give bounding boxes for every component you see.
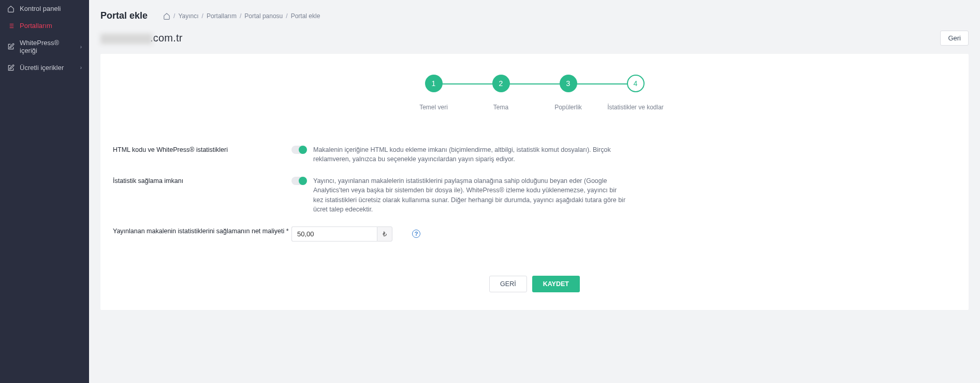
domain-name: .com.tr (100, 32, 183, 44)
step-connector (501, 83, 568, 84)
sidebar-label: Portallarım (20, 22, 52, 30)
step-4: 4 İstatistikler ve kodlar (602, 75, 669, 111)
step-circle: 1 (425, 75, 443, 92)
sidebar-item-paid-content[interactable]: Ücretli içerikler › (0, 59, 89, 76)
step-circle: 4 (627, 75, 645, 92)
toggle-knob (299, 146, 307, 154)
list-icon (7, 22, 14, 30)
breadcrumb-sep: / (173, 12, 175, 20)
breadcrumb-item[interactable]: Yayıncı (178, 12, 198, 20)
toggle-stats-provision[interactable] (291, 177, 306, 185)
cost-input-group: ₺ (291, 226, 392, 242)
sidebar-item-portals[interactable]: Portallarım (0, 17, 89, 34)
step-connector (568, 83, 636, 84)
home-icon[interactable] (163, 12, 170, 20)
save-button[interactable]: KAYDET (532, 276, 580, 292)
form-control: Yayıncı, yayınlanan makalelerin istatist… (291, 176, 628, 214)
step-1[interactable]: 1 Temel veri (400, 75, 467, 111)
form-label: İstatistik sağlama imkanı (113, 176, 291, 185)
cost-input[interactable] (291, 226, 377, 242)
back-form-button[interactable]: GERİ (489, 276, 527, 292)
secondary-header: .com.tr Geri (89, 27, 980, 54)
form-row-stats-cost: Yayınlanan makalenin istatistiklerini sa… (113, 223, 956, 251)
breadcrumb-sep: / (202, 12, 203, 20)
toggle-html-code[interactable] (291, 146, 306, 154)
page-title: Portal ekle (100, 10, 148, 21)
form-row-stats-provision: İstatistik sağlama imkanı Yayıncı, yayın… (113, 173, 956, 223)
form-actions: GERİ KAYDET (113, 276, 956, 292)
form-control: Makalenin içeriğine HTML kodu ekleme imk… (291, 145, 628, 164)
step-circle: 2 (492, 75, 510, 92)
redacted-segment (100, 34, 152, 44)
form-control: ₺ ? (291, 226, 628, 242)
step-label: Temel veri (419, 104, 448, 111)
chevron-right-icon: › (80, 44, 82, 50)
form-label: Yayınlanan makalenin istatistiklerini sa… (113, 226, 291, 235)
breadcrumb-sep: / (240, 12, 241, 20)
toggle-description: Yayıncı, yayınlanan makalelerin istatist… (313, 176, 628, 214)
stepper: 1 Temel veri 2 Tema 3 Popülerlik 4 İstat… (113, 75, 956, 111)
toggle-knob (299, 177, 307, 185)
header-row: Portal ekle / Yayıncı / Portallarım / Po… (89, 0, 980, 27)
chevron-right-icon: › (80, 65, 82, 70)
sidebar-label: Kontrol paneli (20, 5, 61, 12)
sidebar-label: WhitePress® içeriği (20, 39, 75, 54)
form-card: 1 Temel veri 2 Tema 3 Popülerlik 4 İstat… (100, 54, 969, 310)
step-3[interactable]: 3 Popülerlik (535, 75, 602, 111)
step-connector (434, 83, 501, 84)
back-button[interactable]: Geri (940, 31, 969, 46)
step-2[interactable]: 2 Tema (467, 75, 535, 111)
step-label: Popülerlik (554, 104, 582, 111)
step-circle: 3 (560, 75, 577, 92)
help-icon[interactable]: ? (412, 230, 420, 238)
breadcrumb-sep: / (286, 12, 287, 20)
edit-icon (7, 43, 14, 50)
form-row-html-code: HTML kodu ve WhitePress® istatistikleri … (113, 142, 956, 173)
form-label: HTML kodu ve WhitePress® istatistikleri (113, 145, 291, 153)
main: Portal ekle / Yayıncı / Portallarım / Po… (89, 0, 980, 383)
breadcrumb-item[interactable]: Portallarım (207, 12, 237, 20)
home-icon (7, 5, 14, 12)
sidebar-label: Ücretli içerikler (20, 64, 64, 72)
breadcrumb: / Yayıncı / Portallarım / Portal panosu … (163, 12, 320, 20)
breadcrumb-item[interactable]: Portal panosu (244, 12, 283, 20)
domain-suffix: .com.tr (150, 32, 183, 44)
step-label: Tema (493, 104, 508, 111)
step-label: İstatistikler ve kodlar (607, 104, 664, 111)
edit-icon (7, 64, 14, 72)
sidebar: Kontrol paneli Portallarım WhitePress® i… (0, 0, 89, 383)
sidebar-item-whitepress-content[interactable]: WhitePress® içeriği › (0, 34, 89, 59)
currency-suffix: ₺ (377, 226, 392, 242)
toggle-description: Makalenin içeriğine HTML kodu ekleme imk… (313, 145, 628, 164)
breadcrumb-item: Portal ekle (291, 12, 320, 20)
sidebar-item-dashboard[interactable]: Kontrol paneli (0, 0, 89, 17)
